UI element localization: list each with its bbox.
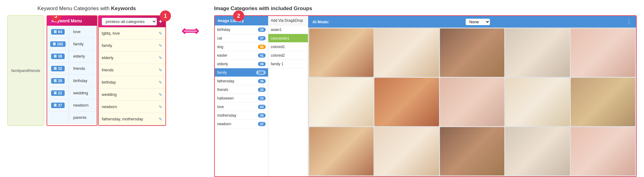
photo-thumbnail[interactable] <box>440 127 504 175</box>
category-list-item[interactable]: friends32 <box>215 85 268 94</box>
count-badge: 🖼32 <box>51 66 64 71</box>
photo-thumbnail[interactable] <box>309 127 373 175</box>
keyword-text: lgbtq, love <box>102 31 120 36</box>
cat-count-badge: 37 <box>258 36 265 40</box>
count-badge: 🖼38 <box>51 54 64 59</box>
image-icon: 🖼 <box>53 42 56 46</box>
category-list-item[interactable]: dog80 <box>215 43 268 51</box>
keyword-cell: wedding✎ <box>99 88 165 101</box>
keyword-cell: fathersday, mothersday✎ <box>99 113 165 125</box>
name-cell[interactable]: love <box>69 26 97 38</box>
photo-thumbnail[interactable] <box>309 28 373 77</box>
keyword-text: birthday <box>102 80 116 85</box>
count-cell: 🖼102 <box>47 38 69 50</box>
cat-count-badge: 36 <box>258 113 265 118</box>
cat-name: cat <box>217 36 257 40</box>
keyword-text: family <box>102 43 112 48</box>
photo-thumbnail[interactable] <box>440 78 504 126</box>
count-cell: 🖼32 <box>47 62 69 75</box>
name-cell[interactable]: birthday <box>69 75 97 87</box>
count-badge: 🖼64 <box>51 29 64 35</box>
group-item[interactable]: colored1 <box>268 43 308 51</box>
edit-icon[interactable]: ✎ <box>159 43 162 48</box>
edit-icon[interactable]: ✎ <box>159 104 162 109</box>
keyword-cell: elderly✎ <box>99 52 165 64</box>
count-cell: 🖼38 <box>47 50 69 62</box>
image-icon: 🖼 <box>54 104 57 107</box>
photo-thumbnail[interactable] <box>505 127 570 175</box>
keyword-text: elderly <box>102 55 113 60</box>
keyword-cell: birthday✎ <box>99 76 165 88</box>
cat-name: easter <box>217 53 257 58</box>
cat-count-badge: 64 <box>258 105 265 109</box>
edit-icon[interactable]: ✎ <box>159 80 162 85</box>
badge-1: 1 <box>160 10 171 21</box>
count-cell: 🖼28 <box>47 75 69 87</box>
cat-count-badge: 41 <box>258 53 265 58</box>
name-cell[interactable]: newborn <box>69 99 97 111</box>
photo-thumbnail[interactable] <box>374 28 439 77</box>
name-cell[interactable]: family <box>69 38 97 50</box>
image-icon: 🖼 <box>54 67 57 70</box>
group-item[interactable]: colored2 <box>268 51 308 60</box>
cat-count-badge: 32 <box>258 88 265 92</box>
cat-name: fathersday <box>217 79 257 83</box>
more-icon[interactable]: ⋮ <box>626 18 632 25</box>
photo-thumbnail[interactable] <box>440 28 504 77</box>
photo-thumbnail[interactable] <box>571 127 635 175</box>
keyword-cell: friends✎ <box>99 64 165 76</box>
group-item[interactable]: family 1 <box>268 60 308 68</box>
category-list-item[interactable]: halloween15 <box>215 94 268 103</box>
group-item[interactable]: caucasian1 <box>268 34 308 43</box>
keyword-cells: lgbtq, love✎family✎elderly✎friends✎birth… <box>99 27 165 125</box>
category-list-item[interactable]: love64 <box>215 103 268 111</box>
name-cell[interactable]: friends <box>69 62 97 75</box>
cat-count-badge: 80 <box>258 45 265 49</box>
left-section: Keyword Menu Categories with Keywords fa… <box>7 6 166 126</box>
cat-name: family <box>217 70 255 75</box>
photo-thumbnail[interactable] <box>309 78 373 126</box>
category-list-item[interactable]: cat37 <box>215 34 268 43</box>
photo-thumbnail[interactable] <box>505 28 570 77</box>
cat-count-badge: 36 <box>258 79 265 83</box>
count-cell: 🖼22 <box>47 87 69 99</box>
category-list-item[interactable]: elderly38 <box>215 60 268 68</box>
count-badge: 🖼22 <box>51 90 64 96</box>
category-list-item[interactable]: easter41 <box>215 51 268 60</box>
cat-name: newborn <box>217 122 257 126</box>
group-item[interactable]: asian1 <box>268 25 308 34</box>
category-list-item[interactable]: newborn37 <box>215 120 268 128</box>
sidebar-card: familyandfriends <box>7 15 44 126</box>
name-cell[interactable]: parents <box>69 111 97 124</box>
category-list-item[interactable]: fathersday36 <box>215 77 268 85</box>
photo-thumbnail[interactable] <box>571 28 635 77</box>
category-list-item[interactable]: birthday28 <box>215 25 268 34</box>
photo-thumbnail[interactable] <box>505 78 570 126</box>
category-dropdown[interactable]: printess-all-categories <box>102 18 157 25</box>
count-cell: 🖼37 <box>47 99 69 111</box>
name-column: lovefamilyelderlyfriendsbirthdayweddingn… <box>69 26 97 124</box>
name-cell[interactable]: wedding <box>69 87 97 99</box>
ai-mode-select[interactable]: NoneAutoManual <box>466 19 490 25</box>
photo-thumbnail[interactable] <box>374 78 439 126</box>
photo-thumbnail[interactable] <box>374 127 439 175</box>
edit-icon[interactable]: ✎ <box>159 31 162 36</box>
name-cell[interactable]: elderly <box>69 50 97 62</box>
keyword-text: newborn <box>102 104 117 109</box>
cat-count-badge: 100 <box>256 70 265 75</box>
right-table-wrapper: 1 printess-all-categories + lgbtq, love✎… <box>98 15 166 126</box>
photo-thumbnail[interactable] <box>571 78 635 126</box>
category-list-item[interactable]: mothersday36 <box>215 111 268 120</box>
edit-icon[interactable]: ✎ <box>159 55 162 60</box>
image-icon: 🖼 <box>54 55 57 58</box>
count-badge: 🖼28 <box>51 78 64 84</box>
edit-icon[interactable]: ✎ <box>159 117 162 122</box>
image-icon: 🖼 <box>54 91 57 95</box>
category-list-item[interactable]: family100 <box>215 68 268 77</box>
tables-row: 3 Keyword Menu 🖼64🖼102🖼38🖼32🖼28🖼22🖼37 lo… <box>47 15 166 126</box>
table-body: 🖼64🖼102🖼38🖼32🖼28🖼22🖼37 lovefamilyelderly… <box>47 26 97 124</box>
edit-icon[interactable]: ✎ <box>159 68 162 73</box>
cat-count-badge: 28 <box>258 28 265 32</box>
sidebar-label: familyandfriends <box>11 68 40 73</box>
edit-icon[interactable]: ✎ <box>159 92 162 97</box>
